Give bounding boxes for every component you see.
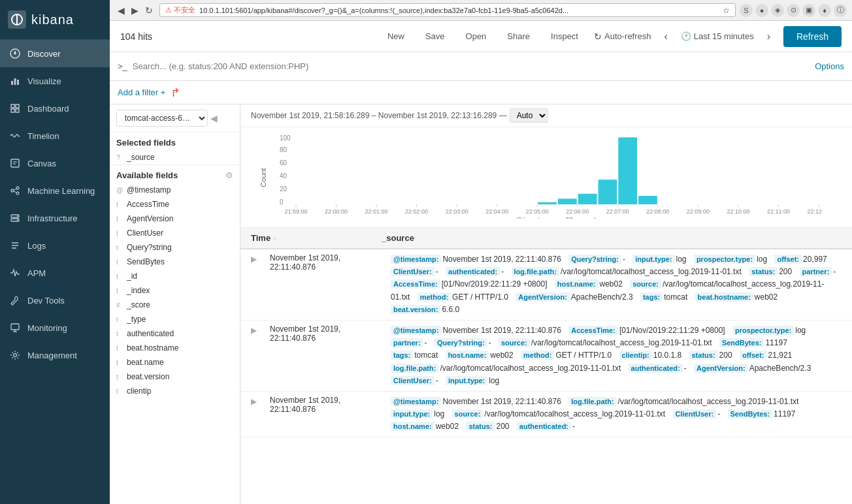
address-bar[interactable]: ⚠ 不安全 10.0.1.101:5601/app/kibana#/discov… <box>159 3 736 17</box>
auto-refresh-button[interactable]: ↻ Auto-refresh <box>594 31 651 42</box>
sort-icon: ↓ <box>273 234 276 242</box>
collapse-panel-button[interactable]: ◀ <box>210 113 218 123</box>
svg-text:@timestamp per 30 seconds: @timestamp per 30 seconds <box>516 217 598 219</box>
sidebar-item-management[interactable]: Management <box>0 341 110 369</box>
field-tag: @timestamp:November 1st 2019, 22:11:40.8… <box>391 255 566 264</box>
extension-icon-7[interactable]: ⓘ <box>834 4 847 17</box>
table-area: Time ↓ _source ▶ November 1st 2019, 22:1… <box>240 228 852 504</box>
field-item[interactable]: #_score <box>110 298 240 312</box>
extension-icon-6[interactable]: ♦ <box>818 4 831 17</box>
field-item[interactable]: tAgentVersion <box>110 212 240 226</box>
field-item[interactable]: tclientip <box>110 384 240 398</box>
field-value: ApacheBench/2.3 <box>749 364 811 373</box>
refresh-button[interactable]: Refresh <box>783 26 842 47</box>
svg-rect-4 <box>11 81 13 85</box>
field-type-icon: t <box>116 244 123 251</box>
table-row[interactable]: ▶ November 1st 2019, 22:11:40.876 @times… <box>240 321 852 391</box>
field-type-icon: t <box>116 316 123 323</box>
sidebar-item-apm[interactable]: APM <box>0 259 110 287</box>
field-type-icon: t <box>116 287 123 294</box>
field-item[interactable]: tbeat.version <box>110 370 240 384</box>
field-key: host.name: <box>446 351 489 360</box>
field-value: log <box>676 255 687 264</box>
field-key: input.type: <box>632 255 674 264</box>
svg-point-14 <box>11 189 14 192</box>
sidebar-item-monitoring[interactable]: Monitoring <box>0 314 110 341</box>
new-button[interactable]: New <box>382 29 410 44</box>
time-range[interactable]: 🕐 Last 15 minutes <box>681 31 754 41</box>
time-nav-prev[interactable]: ‹ <box>662 28 670 45</box>
table-row-container: ▶ November 1st 2019, 22:11:40.876 @times… <box>240 321 852 392</box>
field-value: 200 <box>779 267 792 276</box>
field-value: 21,921 <box>768 351 793 360</box>
sidebar-item-dev-tools[interactable]: Dev Tools <box>0 287 110 314</box>
forward-button[interactable]: ▶ <box>129 4 141 17</box>
compass-icon <box>9 48 21 59</box>
share-button[interactable]: Share <box>502 29 535 44</box>
field-item[interactable]: tbeat.name <box>110 355 240 370</box>
expand-row-icon[interactable]: ▶ <box>251 396 257 406</box>
field-key: host.name: <box>555 279 598 289</box>
field-key: source: <box>630 279 661 289</box>
field-key: method: <box>521 351 554 360</box>
sidebar-nav: Discover Visualize Dashboard Timelion <box>0 40 110 504</box>
field-item[interactable]: t_type <box>110 312 240 326</box>
field-item[interactable]: t_index <box>110 283 240 298</box>
index-dropdown[interactable]: tomcat-access-6.6.0... <box>116 110 208 127</box>
histogram-chart: 0 20 40 60 80 100 21:59:0022:00:0022:01:… <box>280 134 822 219</box>
field-value: log <box>757 255 767 264</box>
available-fields-title: Available fields <box>116 170 178 180</box>
field-value: 11197 <box>765 338 787 347</box>
kibana-logo-text: kibana <box>31 12 74 27</box>
sidebar-item-label: Canvas <box>27 159 56 168</box>
time-range-label: Last 15 minutes <box>694 31 754 41</box>
extension-icon-2[interactable]: ● <box>755 4 768 17</box>
extension-icon-1[interactable]: S <box>740 4 753 17</box>
index-selector: tomcat-access-6.6.0... ◀ <box>110 104 240 133</box>
inspect-button[interactable]: Inspect <box>546 29 583 44</box>
fields-gear-button[interactable]: ⚙ <box>225 170 233 180</box>
sidebar-item-timelion[interactable]: Timelion <box>0 122 110 150</box>
browser-refresh-button[interactable]: ↻ <box>142 4 156 17</box>
save-button[interactable]: Save <box>420 29 450 44</box>
extension-icon-5[interactable]: ▣ <box>802 4 815 17</box>
field-key: partner: <box>391 338 423 347</box>
open-button[interactable]: Open <box>461 29 492 44</box>
extension-icon-4[interactable]: ⊙ <box>787 4 800 17</box>
extension-icon-3[interactable]: ◈ <box>771 4 784 17</box>
back-button[interactable]: ◀ <box>115 4 127 17</box>
sidebar-item-dashboard[interactable]: Dashboard <box>0 95 110 122</box>
svg-rect-36 <box>538 202 557 204</box>
sidebar-item-infrastructure[interactable]: Infrastructure <box>0 204 110 232</box>
field-item[interactable]: tSendBytes <box>110 255 240 269</box>
expand-row-icon[interactable]: ▶ <box>251 324 257 335</box>
table-row[interactable]: ▶ November 1st 2019, 22:11:40.876 @times… <box>240 249 852 320</box>
svg-text:100: 100 <box>280 134 291 142</box>
time-nav-next[interactable]: › <box>764 28 773 45</box>
add-filter-button[interactable]: Add a filter + <box>118 87 165 97</box>
field-key: AccessTime: <box>391 279 440 289</box>
field-item[interactable]: tauthenticated <box>110 326 240 341</box>
field-item[interactable]: tbeat.hostname <box>110 341 240 355</box>
field-item[interactable]: tClientUser <box>110 226 240 240</box>
field-item[interactable]: tQuery?string <box>110 240 240 255</box>
field-tag: beat.hostname:web02 <box>695 292 783 302</box>
field-key: status: <box>466 422 495 431</box>
field-item[interactable]: t_id <box>110 269 240 283</box>
sidebar-item-canvas[interactable]: Canvas <box>0 150 110 177</box>
search-input[interactable] <box>133 61 810 71</box>
table-row[interactable]: ▶ November 1st 2019, 22:11:40.876 @times… <box>240 392 852 437</box>
field-tag: input.type:log <box>446 376 504 385</box>
sidebar-item-logs[interactable]: Logs <box>0 232 110 259</box>
field-item[interactable]: tAccessTime <box>110 197 240 212</box>
interval-select[interactable]: Auto <box>510 108 548 123</box>
svg-text:21:59:00: 21:59:00 <box>284 208 307 215</box>
expand-row-icon[interactable]: ▶ <box>251 253 257 264</box>
field-key: status: <box>749 267 778 276</box>
sidebar-item-visualize[interactable]: Visualize <box>0 67 110 95</box>
sidebar-item-discover[interactable]: Discover <box>0 40 110 67</box>
sidebar-item-machine-learning[interactable]: Machine Learning <box>0 177 110 204</box>
search-options-button[interactable]: Options <box>815 61 844 71</box>
field-item[interactable]: @@timestamp <box>110 183 240 197</box>
field-value: - <box>425 338 427 347</box>
